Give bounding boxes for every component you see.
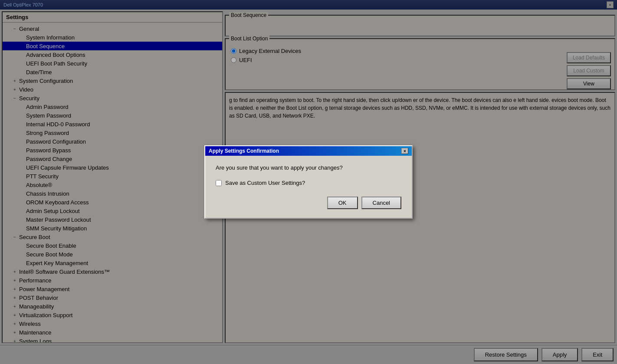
modal-ok-button[interactable]: OK <box>327 197 358 209</box>
modal-title: Apply Settings Confirmation <box>209 148 279 154</box>
modal-overlay: Apply Settings Confirmation × Are you su… <box>0 0 617 364</box>
modal-close-button[interactable]: × <box>401 148 408 154</box>
modal-title-bar: Apply Settings Confirmation × <box>205 146 412 156</box>
modal-cancel-button[interactable]: Cancel <box>361 197 401 209</box>
save-custom-label: Save as Custom User Settings? <box>225 180 305 186</box>
apply-settings-dialog: Apply Settings Confirmation × Are you su… <box>204 145 413 219</box>
modal-checkbox-row: Save as Custom User Settings? <box>216 180 401 186</box>
modal-buttons: OK Cancel <box>216 197 401 209</box>
modal-question: Are you sure that you want to apply your… <box>216 164 401 171</box>
modal-content: Are you sure that you want to apply your… <box>205 156 412 218</box>
save-custom-checkbox[interactable] <box>216 180 222 186</box>
